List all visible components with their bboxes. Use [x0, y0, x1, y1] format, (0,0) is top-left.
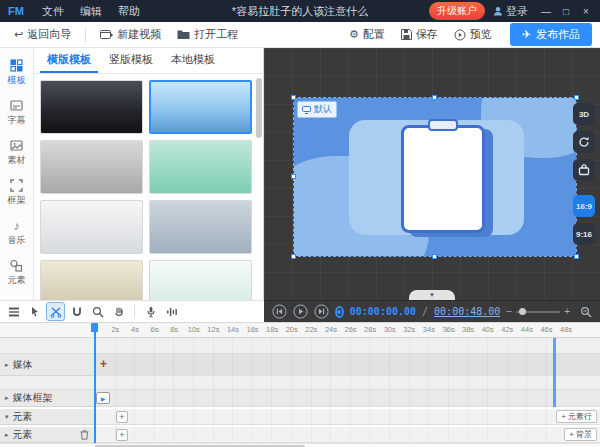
- rotate-button[interactable]: [573, 131, 595, 153]
- publish-label: 发布作品: [536, 27, 580, 42]
- app-logo: FM: [8, 5, 24, 17]
- gear-icon: ⚙: [349, 28, 359, 41]
- timeline-horizontal-scrollbar[interactable]: [0, 443, 600, 447]
- track-header-media-frame[interactable]: ▸ 媒体框架: [0, 390, 95, 407]
- zoom-fit-icon[interactable]: [580, 306, 592, 318]
- track-lane-empty[interactable]: [0, 338, 600, 354]
- tab-local-templates[interactable]: 本地模板: [164, 48, 222, 73]
- open-project-label: 打开工程: [194, 27, 238, 42]
- menu-file[interactable]: 文件: [34, 4, 72, 19]
- sidebar-item-templates[interactable]: 模板: [0, 54, 34, 92]
- login-button[interactable]: 登录: [493, 4, 528, 19]
- playhead-handle[interactable]: [91, 323, 98, 332]
- ruler-tick-label: 32s: [400, 325, 420, 334]
- new-video-button[interactable]: 新建视频: [94, 25, 167, 44]
- maximize-button[interactable]: □: [556, 0, 576, 22]
- template-panel-scrollbar[interactable]: [256, 78, 262, 138]
- zoom-slider-thumb[interactable]: [519, 308, 526, 315]
- tab-horizontal-templates[interactable]: 横版模板: [40, 48, 98, 73]
- playhead[interactable]: [94, 323, 96, 443]
- add-element-button[interactable]: +: [116, 411, 128, 423]
- subtitle-icon: [10, 99, 23, 112]
- select-tool[interactable]: [26, 303, 43, 320]
- template-thumbnail[interactable]: [149, 140, 252, 194]
- menu-edit[interactable]: 编辑: [72, 4, 110, 19]
- aspect-16-9-button[interactable]: 16:9: [573, 195, 595, 217]
- microphone-tool[interactable]: [142, 303, 159, 320]
- asset-bag-button[interactable]: [573, 159, 595, 181]
- publish-button[interactable]: ✈ 发布作品: [510, 23, 592, 46]
- total-time[interactable]: 00:00:48.00: [434, 306, 500, 317]
- canvas-collapse-tab[interactable]: ▼: [409, 290, 455, 300]
- music-note-icon: ♪: [14, 220, 20, 232]
- preview-button[interactable]: 预览: [448, 25, 498, 44]
- upgrade-account-button[interactable]: 升级账户: [429, 2, 485, 20]
- template-grid-icon: [10, 59, 23, 72]
- project-end-marker[interactable]: [553, 338, 556, 407]
- scene-label[interactable]: 默认: [297, 101, 337, 118]
- track-header-element-1[interactable]: ▾ 元素: [0, 409, 95, 425]
- play-button[interactable]: [293, 304, 308, 319]
- sidebar-item-frames[interactable]: 框架: [0, 174, 34, 212]
- sidebar-label: 素材: [8, 154, 26, 167]
- minimize-button[interactable]: —: [536, 0, 556, 22]
- track-layers-tool[interactable]: [5, 303, 22, 320]
- template-thumbnail[interactable]: [149, 200, 252, 254]
- aspect-9-16-button[interactable]: 9:16: [573, 223, 595, 245]
- add-media-button[interactable]: +: [100, 358, 107, 370]
- skip-end-button[interactable]: [314, 304, 329, 319]
- 3d-button[interactable]: 3D: [573, 103, 595, 125]
- record-button[interactable]: [335, 306, 344, 318]
- ruler-tick-label: 36s: [439, 325, 459, 334]
- folder-icon: [177, 29, 190, 40]
- zoom-out-button[interactable]: −: [506, 307, 512, 317]
- template-thumbnail[interactable]: [149, 260, 252, 300]
- track-header-media[interactable]: ▸ 媒体: [0, 354, 95, 376]
- media-frame-clip[interactable]: ▶: [96, 392, 110, 404]
- zoom-tool[interactable]: [89, 303, 106, 320]
- magnet-tool[interactable]: [68, 303, 85, 320]
- stage[interactable]: 默认: [294, 98, 576, 256]
- clipboard-graphic[interactable]: [401, 121, 485, 233]
- expand-arrow-icon[interactable]: ▸: [5, 431, 9, 439]
- expand-arrow-icon[interactable]: ▸: [5, 361, 9, 369]
- template-thumbnail[interactable]: [40, 140, 143, 194]
- close-button[interactable]: ×: [576, 0, 596, 22]
- ruler-tick-label: 12s: [204, 325, 224, 334]
- template-thumbnail[interactable]: [40, 80, 143, 134]
- sidebar-item-subtitles[interactable]: 字幕: [0, 94, 34, 132]
- split-tool[interactable]: [47, 303, 64, 320]
- back-to-wizard-button[interactable]: ↩ 返回向导: [8, 25, 77, 44]
- track-header-element-2[interactable]: ▸ 元素: [0, 427, 95, 443]
- template-thumbnail-selected[interactable]: [149, 80, 252, 134]
- template-thumbnail[interactable]: [40, 200, 143, 254]
- add-element-row-button[interactable]: + 元素行: [556, 410, 597, 423]
- ruler-tick-label: 20s: [282, 325, 302, 334]
- add-background-button[interactable]: + 背景: [564, 428, 597, 441]
- delete-track-icon[interactable]: [80, 430, 89, 440]
- zoom-slider[interactable]: [516, 311, 560, 313]
- sidebar-label: 元素: [8, 274, 26, 287]
- template-thumbnail-grid: [34, 74, 264, 300]
- sidebar-item-music[interactable]: ♪ 音乐: [0, 214, 34, 252]
- tab-vertical-templates[interactable]: 竖版模板: [102, 48, 160, 73]
- canvas-area[interactable]: 默认 3D 16:9 9:16 ▼: [264, 48, 600, 300]
- timeline-ruler[interactable]: 0 2s 4s 6s 8s 10s 12s 14s 16s 18s 20s 22…: [0, 323, 600, 338]
- menu-help[interactable]: 帮助: [110, 4, 148, 19]
- add-element-button[interactable]: +: [116, 429, 128, 441]
- track-lane-empty[interactable]: [0, 376, 600, 390]
- zoom-in-button[interactable]: +: [564, 307, 570, 317]
- audio-wave-tool[interactable]: [163, 303, 180, 320]
- hand-tool[interactable]: [110, 303, 127, 320]
- collapse-arrow-icon[interactable]: ▾: [5, 413, 9, 421]
- preview-label: 预览: [470, 27, 492, 42]
- ruler-tick-label: 4s: [125, 325, 145, 334]
- sidebar-item-materials[interactable]: 素材: [0, 134, 34, 172]
- template-thumbnail[interactable]: [40, 260, 143, 300]
- config-button[interactable]: ⚙ 配置: [343, 25, 391, 44]
- save-button[interactable]: 保存: [395, 25, 444, 44]
- open-project-button[interactable]: 打开工程: [171, 25, 244, 44]
- skip-start-button[interactable]: [272, 304, 287, 319]
- sidebar-item-elements[interactable]: 元素: [0, 254, 34, 292]
- expand-arrow-icon[interactable]: ▸: [5, 394, 9, 402]
